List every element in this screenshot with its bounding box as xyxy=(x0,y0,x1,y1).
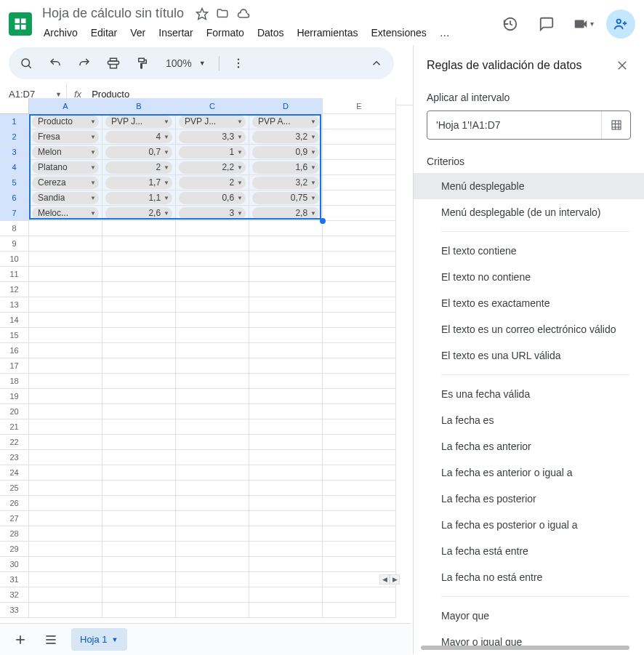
row-header[interactable]: 24 xyxy=(0,465,29,481)
cell[interactable] xyxy=(249,542,323,557)
cell[interactable] xyxy=(29,450,102,465)
redo-icon[interactable] xyxy=(74,53,94,73)
dropdown-chip[interactable]: 3,2▼ xyxy=(252,131,319,143)
cell[interactable] xyxy=(176,404,249,419)
cell[interactable] xyxy=(249,404,323,419)
cell[interactable] xyxy=(249,358,323,374)
criteria-option[interactable]: El texto es un correo electrónico válido xyxy=(414,316,644,342)
row-header[interactable]: 22 xyxy=(0,435,29,450)
cell[interactable]: 0,9▼ xyxy=(249,145,323,160)
dropdown-chip[interactable]: Melon▼ xyxy=(32,146,99,158)
cell[interactable] xyxy=(176,252,249,267)
cell[interactable]: Producto▼ xyxy=(29,114,102,129)
cell[interactable] xyxy=(29,481,102,496)
dropdown-chip[interactable]: 2▼ xyxy=(105,161,172,174)
cell[interactable]: Meloc...▼ xyxy=(29,206,102,221)
cell[interactable]: 2,2▼ xyxy=(176,160,249,175)
criteria-option[interactable]: La fecha es posterior xyxy=(414,486,644,512)
cell[interactable] xyxy=(29,603,102,618)
cell[interactable] xyxy=(29,511,102,526)
horizontal-scroll[interactable]: ◀ ▶ xyxy=(1,574,400,584)
row-header[interactable]: 8 xyxy=(0,221,29,236)
cell[interactable] xyxy=(323,404,396,419)
cell[interactable]: 4▼ xyxy=(102,129,176,145)
cell[interactable] xyxy=(176,511,249,526)
collapse-toolbar-icon[interactable] xyxy=(366,53,387,73)
cell[interactable] xyxy=(323,419,396,435)
cell[interactable] xyxy=(176,267,249,282)
undo-icon[interactable] xyxy=(45,53,65,73)
criteria-option[interactable]: Es una fecha válida xyxy=(414,381,644,407)
row-header[interactable]: 1 xyxy=(0,114,29,129)
cell[interactable] xyxy=(249,450,323,465)
cell[interactable] xyxy=(323,542,396,557)
criteria-option[interactable]: El texto no contiene xyxy=(414,264,644,290)
cell[interactable] xyxy=(249,389,323,404)
dropdown-chip[interactable]: PVP J...▼ xyxy=(105,116,172,128)
cell[interactable] xyxy=(323,190,396,206)
add-sheet-icon[interactable] xyxy=(10,630,31,650)
cell[interactable] xyxy=(323,587,396,603)
cell[interactable] xyxy=(176,282,249,297)
cell[interactable] xyxy=(249,267,323,282)
cell[interactable] xyxy=(102,526,176,542)
cell[interactable] xyxy=(323,465,396,481)
cell[interactable]: 2,6▼ xyxy=(102,206,176,221)
row-header[interactable]: 12 xyxy=(0,282,29,297)
cell[interactable] xyxy=(323,129,396,145)
criteria-option[interactable]: El texto es exactamente xyxy=(414,290,644,316)
row-header[interactable]: 29 xyxy=(0,542,29,557)
cell[interactable] xyxy=(29,435,102,450)
cell[interactable] xyxy=(323,603,396,618)
sheet-tab[interactable]: Hoja 1▼ xyxy=(71,628,127,651)
menu-item[interactable]: Insertar xyxy=(153,24,198,41)
cell[interactable] xyxy=(176,221,249,236)
cell[interactable] xyxy=(29,496,102,511)
row-header[interactable]: 5 xyxy=(0,175,29,190)
cell[interactable]: 1,7▼ xyxy=(102,175,176,190)
cell[interactable]: PVP J...▼ xyxy=(176,114,249,129)
cell[interactable] xyxy=(102,358,176,374)
criteria-option[interactable]: La fecha es posterior o igual a xyxy=(414,512,644,538)
cell[interactable] xyxy=(176,542,249,557)
dropdown-chip[interactable]: Platano▼ xyxy=(32,161,99,174)
row-header[interactable]: 18 xyxy=(0,374,29,389)
cell[interactable] xyxy=(323,496,396,511)
cell[interactable] xyxy=(249,587,323,603)
row-header[interactable]: 15 xyxy=(0,328,29,343)
cell[interactable]: Cereza▼ xyxy=(29,175,102,190)
cell[interactable] xyxy=(29,313,102,328)
cell[interactable] xyxy=(249,297,323,313)
dropdown-chip[interactable]: 1,7▼ xyxy=(105,177,172,189)
dropdown-chip[interactable]: 0,75▼ xyxy=(252,192,319,204)
dropdown-chip[interactable]: Producto▼ xyxy=(32,116,99,128)
range-input[interactable]: 'Hoja 1'!A1:D7 xyxy=(427,119,601,131)
cell[interactable] xyxy=(249,496,323,511)
cell[interactable] xyxy=(323,297,396,313)
scroll-right-icon[interactable]: ▶ xyxy=(390,574,400,584)
search-icon[interactable] xyxy=(16,53,36,73)
criteria-option[interactable]: El texto contiene xyxy=(414,238,644,264)
cell[interactable]: 0,75▼ xyxy=(249,190,323,206)
dropdown-chip[interactable]: Meloc...▼ xyxy=(32,207,99,220)
cell[interactable] xyxy=(249,282,323,297)
meet-icon[interactable]: ▾ xyxy=(570,11,596,37)
dropdown-chip[interactable]: 0,6▼ xyxy=(179,192,246,204)
cell[interactable] xyxy=(249,603,323,618)
cell[interactable] xyxy=(176,526,249,542)
cell[interactable] xyxy=(29,252,102,267)
row-header[interactable]: 3 xyxy=(0,145,29,160)
cell[interactable] xyxy=(102,557,176,572)
cell[interactable]: PVP A...▼ xyxy=(249,114,323,129)
cell[interactable] xyxy=(102,374,176,389)
cell[interactable]: 3,2▼ xyxy=(249,129,323,145)
dropdown-chip[interactable]: 1,1▼ xyxy=(105,192,172,204)
dropdown-chip[interactable]: 2,8▼ xyxy=(252,207,319,220)
cell[interactable] xyxy=(102,542,176,557)
menu-item[interactable]: Extensiones xyxy=(365,24,432,41)
cell[interactable] xyxy=(176,603,249,618)
column-header[interactable]: C xyxy=(176,98,249,114)
menu-item[interactable]: Archivo xyxy=(38,24,84,41)
close-icon[interactable] xyxy=(613,57,631,74)
cell[interactable] xyxy=(249,236,323,252)
